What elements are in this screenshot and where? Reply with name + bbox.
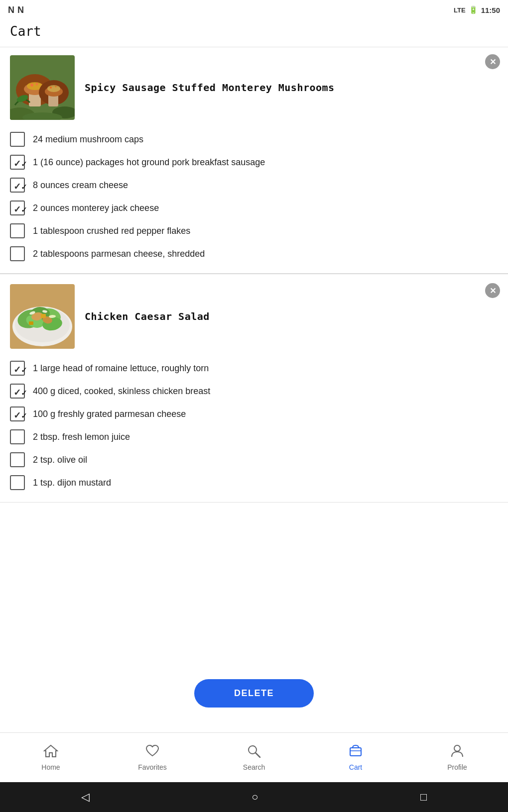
svg-line-33	[255, 753, 260, 757]
nav-label-cart: Cart	[349, 763, 362, 771]
signal-n2: N	[17, 5, 24, 15]
recipe-card-mushrooms: ✕	[0, 47, 508, 274]
recipe-card-salad: ✕	[0, 276, 508, 503]
ingredient-text-s2: 400 g diced, cooked, skinless chicken br…	[33, 386, 210, 397]
ingredient-text-3: 8 ounces cream cheese	[33, 180, 128, 191]
ingredient-text-s1: 1 large head of romaine lettuce, roughly…	[33, 363, 209, 374]
mushrooms-image	[10, 55, 75, 120]
ingredient-checkbox-6[interactable]	[10, 246, 25, 261]
nav-label-favorites: Favorites	[138, 763, 167, 771]
status-bar: N N LTE 🔋 11:50	[0, 0, 508, 18]
svg-rect-30	[41, 314, 46, 318]
ingredient-item: 2 tsp. olive oil	[10, 448, 498, 471]
svg-point-8	[30, 84, 33, 87]
status-signals: N N	[8, 5, 24, 15]
ingredient-text-s5: 2 tsp. olive oil	[33, 455, 87, 465]
svg-rect-31	[29, 321, 33, 325]
ingredient-text-5: 1 tablespoon crushed red pepper flakes	[33, 226, 190, 236]
mushrooms-header: Spicy Sausage Stuffed Monterey Mushrooms	[0, 47, 508, 128]
ingredient-checkbox-5[interactable]	[10, 223, 25, 238]
home-icon	[43, 744, 58, 761]
nav-label-profile: Profile	[447, 763, 467, 771]
checkmark-icon: ✓	[13, 387, 21, 395]
ingredient-text-4: 2 ounces monterey jack cheese	[33, 203, 159, 213]
battery-icon: 🔋	[469, 5, 478, 14]
checkmark-icon: ✓	[13, 204, 21, 212]
salad-title: Chicken Caesar Salad	[85, 310, 210, 322]
delete-section: DELETE	[0, 659, 508, 727]
main-content: ✕	[0, 47, 508, 592]
checkmark-icon: ✓	[13, 158, 21, 166]
svg-rect-34	[350, 748, 361, 756]
ingredient-text-s4: 2 tbsp. fresh lemon juice	[33, 432, 130, 442]
ingredient-item: ✓ 2 ounces monterey jack cheese	[10, 197, 498, 219]
delete-button[interactable]: DELETE	[194, 679, 314, 708]
search-icon	[247, 744, 261, 761]
ingredient-checkbox-1[interactable]	[10, 132, 25, 147]
salad-image-svg	[10, 284, 75, 349]
home-button[interactable]: ○	[242, 787, 268, 808]
time-display: 11:50	[481, 6, 500, 14]
ingredient-checkbox-s3[interactable]: ✓	[10, 406, 25, 421]
mushrooms-ingredients: 24 medium mushroom caps ✓ 1 (16 ounce) p…	[0, 128, 508, 265]
ingredient-item: ✓ 8 ounces cream cheese	[10, 174, 498, 197]
nav-item-search[interactable]: Search	[203, 739, 305, 776]
ingredient-text-s3: 100 g freshly grated parmesan cheese	[33, 409, 186, 419]
signal-icon: LTE	[454, 6, 466, 14]
svg-point-13	[47, 85, 60, 92]
svg-point-14	[50, 87, 52, 89]
ingredient-item: ✓ 100 g freshly grated parmesan cheese	[10, 403, 498, 425]
ingredient-item: 1 tsp. dijon mustard	[10, 471, 498, 494]
remove-mushrooms-button[interactable]: ✕	[485, 54, 500, 69]
nav-item-cart[interactable]: Cart	[305, 739, 406, 776]
bottom-navigation: Home Favorites Search Cart	[0, 732, 508, 782]
ingredient-checkbox-s4[interactable]	[10, 429, 25, 444]
ingredient-checkbox-3[interactable]: ✓	[10, 178, 25, 193]
ingredient-checkbox-4[interactable]: ✓	[10, 201, 25, 215]
profile-icon	[450, 744, 465, 761]
close-icon: ✕	[490, 286, 496, 296]
ingredient-item: 1 tablespoon crushed red pepper flakes	[10, 219, 498, 242]
ingredient-text-1: 24 medium mushroom caps	[33, 134, 143, 145]
ingredient-checkbox-s5[interactable]	[10, 452, 25, 467]
ingredient-checkbox-s2[interactable]: ✓	[10, 384, 25, 399]
checkmark-icon: ✓	[13, 181, 21, 189]
checkmark-icon: ✓	[13, 410, 21, 418]
nav-item-profile[interactable]: Profile	[406, 739, 508, 776]
ingredient-item: 2 tbsp. fresh lemon juice	[10, 425, 498, 448]
status-right: LTE 🔋 11:50	[454, 5, 500, 14]
ingredient-item: 2 tablespoons parmesan cheese, shredded	[10, 242, 498, 265]
svg-point-15	[55, 86, 57, 88]
salad-ingredients: ✓ 1 large head of romaine lettuce, rough…	[0, 357, 508, 494]
mushrooms-image-svg	[10, 55, 75, 120]
back-button[interactable]: ◁	[71, 787, 100, 808]
nav-item-favorites[interactable]: Favorites	[102, 739, 203, 776]
nav-label-home: Home	[41, 763, 60, 771]
section-divider	[0, 274, 508, 274]
ingredient-checkbox-2[interactable]: ✓	[10, 155, 25, 170]
ingredient-item: ✓ 1 (16 ounce) packages hot ground pork …	[10, 151, 498, 174]
ingredient-item: 24 medium mushroom caps	[10, 128, 498, 151]
heart-icon	[145, 744, 160, 761]
ingredient-checkbox-s1[interactable]: ✓	[10, 361, 25, 376]
recent-button[interactable]: □	[410, 787, 437, 808]
signal-n1: N	[8, 5, 14, 15]
system-navigation: ◁ ○ □	[0, 782, 508, 812]
ingredient-text-2: 1 (16 ounce) packages hot ground pork br…	[33, 157, 265, 168]
svg-point-36	[454, 745, 460, 751]
nav-label-search: Search	[243, 763, 265, 771]
svg-point-9	[36, 83, 38, 86]
salad-image	[10, 284, 75, 349]
salad-header: Chicken Caesar Salad	[0, 276, 508, 357]
ingredient-checkbox-s6[interactable]	[10, 475, 25, 490]
ingredient-text-s6: 1 tsp. dijon mustard	[33, 478, 111, 488]
ingredient-text-6: 2 tablespoons parmesan cheese, shredded	[33, 249, 205, 259]
close-icon: ✕	[490, 57, 496, 67]
cart-icon	[348, 744, 363, 761]
remove-salad-button[interactable]: ✕	[485, 283, 500, 298]
page-title: Cart	[0, 18, 508, 47]
ingredient-item: ✓ 1 large head of romaine lettuce, rough…	[10, 357, 498, 380]
checkmark-icon: ✓	[13, 364, 21, 372]
nav-item-home[interactable]: Home	[0, 739, 102, 776]
ingredient-item: ✓ 400 g diced, cooked, skinless chicken …	[10, 380, 498, 403]
